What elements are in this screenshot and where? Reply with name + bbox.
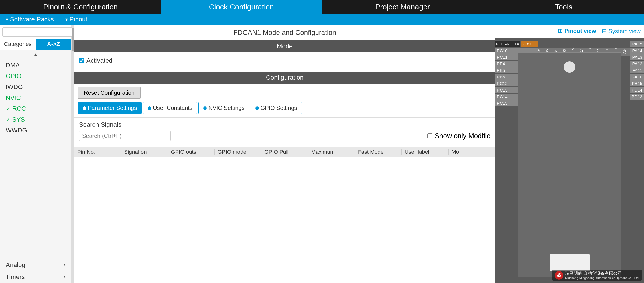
th-user-label[interactable]: User label bbox=[402, 149, 448, 155]
fdcan-tx-text: FDCAN1_TX bbox=[495, 41, 520, 47]
show-modified-row: Show only Modifie bbox=[427, 132, 491, 140]
sidebar-item-rcc[interactable]: RCC bbox=[0, 103, 71, 114]
ic-logo bbox=[550, 254, 590, 271]
right-pin-labels: PA15 PA14 PA13 PA12 FA11 FA10 PB15 PD14 … bbox=[630, 41, 644, 100]
chevron-right-icon: › bbox=[64, 261, 66, 269]
sidebar-search-input[interactable] bbox=[2, 27, 80, 37]
th-gpio-mode[interactable]: GPIO mode bbox=[215, 149, 261, 155]
nav-tools[interactable]: Tools bbox=[483, 0, 644, 14]
sidebar-tab-az[interactable]: A->Z bbox=[36, 39, 72, 50]
nav-clock[interactable]: Clock Configuration bbox=[161, 0, 322, 14]
mode-section: Activated bbox=[74, 52, 495, 69]
ic-chip-body bbox=[518, 52, 621, 277]
activated-label: Activated bbox=[86, 57, 113, 64]
sidebar-item-nvic[interactable]: NVIC bbox=[0, 92, 71, 103]
nav-pinout[interactable]: Pinout & Configuration bbox=[0, 0, 161, 14]
right-pin-pd13: PD13 bbox=[630, 94, 644, 100]
sidebar-item-iwdg[interactable]: IWDG bbox=[0, 82, 71, 92]
right-panel: ⊞ Pinout view ⊟ System view PB9 PB8 PB7 … bbox=[495, 25, 644, 283]
nav-clock-label: Clock Configuration bbox=[209, 3, 274, 11]
config-tabs: Parameter Settings User Constants NVIC S… bbox=[78, 102, 492, 114]
secondary-nav-pinout[interactable]: ▾ Pinout bbox=[65, 16, 87, 23]
watermark: 盛 瑞昌明盛 自动化设备有限公司 Ruichang Mingsheng auto… bbox=[552, 270, 642, 281]
pinout-canvas: PB9 PB8 PB7 PB6 PB5 PB4 PB3 PA15 PA14 PA… bbox=[495, 38, 644, 283]
th-maximum[interactable]: Maximum bbox=[308, 149, 355, 155]
activated-checkbox[interactable] bbox=[79, 58, 84, 63]
config-header: Configuration bbox=[74, 72, 495, 84]
config-section-body: Reset Configuration Parameter Settings U… bbox=[74, 84, 495, 117]
th-gpio-outs[interactable]: GPIO outs bbox=[168, 149, 215, 155]
dot-icon-3 bbox=[203, 106, 207, 110]
right-pin-fa11: FA11 bbox=[630, 67, 644, 73]
th-pin-no[interactable]: Pin No. bbox=[74, 149, 121, 155]
right-pin-pd14: PD14 bbox=[630, 87, 644, 93]
sidebar-item-sys[interactable]: SYS bbox=[0, 114, 71, 125]
sidebar: ⚙ Categories A->Z ▲ DMA GPIO IWDG NVIC bbox=[0, 25, 72, 283]
pinout-view-btn[interactable]: ⊞ Pinout view bbox=[558, 27, 596, 35]
right-pin-pa12: PA12 bbox=[630, 61, 644, 67]
tab-parameter-settings[interactable]: Parameter Settings bbox=[78, 102, 142, 114]
system-view-btn[interactable]: ⊟ System view bbox=[602, 27, 641, 35]
sidebar-section-analog[interactable]: Analog › bbox=[0, 259, 71, 271]
show-modified-label: Show only Modifie bbox=[435, 132, 491, 140]
sidebar-item-wwdg[interactable]: WWDG bbox=[0, 125, 71, 136]
show-modified-checkbox[interactable] bbox=[427, 133, 432, 138]
left-pin-fdcan: FDCAN1_TX PB9 bbox=[495, 41, 538, 47]
dot-icon-2 bbox=[148, 106, 151, 110]
th-fast-mode[interactable]: Fast Mode bbox=[355, 149, 402, 155]
table-header: Pin No. Signal on GPIO outs GPIO mode GP… bbox=[74, 147, 495, 157]
right-pin-pa15: PA15 bbox=[630, 41, 644, 47]
dot-icon-4 bbox=[255, 106, 259, 110]
pinout-label: Pinout bbox=[70, 16, 87, 23]
scrollbar-thumb bbox=[72, 28, 74, 51]
pinout-view-label: Pinout view bbox=[564, 28, 596, 34]
right-pin-pb15: PB15 bbox=[630, 80, 644, 86]
tab-nvic-settings[interactable]: NVIC Settings bbox=[198, 102, 249, 114]
th-mo[interactable]: Mo bbox=[449, 149, 495, 155]
tab-user-constants[interactable]: User Constants bbox=[143, 102, 197, 114]
secondary-nav-software-packs[interactable]: ▾ Software Packs bbox=[6, 16, 54, 23]
tab-gpio-settings[interactable]: GPIO Settings bbox=[251, 102, 302, 114]
search-signals-section: Search Signals Show only Modifie bbox=[74, 117, 495, 145]
search-signals-row: Show only Modifie bbox=[79, 131, 491, 141]
center-content: FDCAN1 Mode and Configuration Mode Activ… bbox=[74, 25, 495, 283]
top-nav: Pinout & Configuration Clock Configurati… bbox=[0, 0, 644, 14]
search-signals-label: Search Signals bbox=[79, 121, 491, 128]
watermark-text-block: 瑞昌明盛 自动化设备有限公司 Ruichang Mingsheng automa… bbox=[565, 271, 639, 280]
system-view-icon: ⊟ bbox=[602, 28, 607, 35]
chevron-right-icon-2: › bbox=[64, 273, 66, 281]
sidebar-item-dma[interactable]: DMA bbox=[0, 60, 71, 71]
sidebar-tab-categories[interactable]: Categories bbox=[0, 39, 36, 50]
activated-row: Activated bbox=[79, 57, 491, 64]
watermark-sub-text: Ruichang Mingsheng automation equipment … bbox=[565, 276, 639, 280]
chevron-down-icon-2: ▾ bbox=[65, 16, 68, 23]
th-gpio-pull[interactable]: GPIO Pull bbox=[261, 149, 308, 155]
dot-icon bbox=[83, 106, 86, 110]
right-pin-pa13: PA13 bbox=[630, 54, 644, 60]
right-pin-pa14: PA14 bbox=[630, 48, 644, 54]
nav-project-label: Project Manager bbox=[375, 3, 430, 11]
th-signal[interactable]: Signal on bbox=[121, 149, 168, 155]
software-packs-label: Software Packs bbox=[10, 16, 54, 23]
secondary-nav: ▾ Software Packs ▾ Pinout bbox=[0, 14, 644, 25]
sidebar-sections: Analog › Timers › bbox=[0, 259, 71, 283]
nav-pinout-label: Pinout & Configuration bbox=[43, 3, 118, 11]
sidebar-section-timers[interactable]: Timers › bbox=[0, 271, 71, 283]
search-signals-input[interactable] bbox=[79, 131, 171, 141]
pinout-view-icon: ⊞ bbox=[558, 27, 563, 34]
sidebar-tabs: Categories A->Z bbox=[0, 39, 71, 50]
sidebar-search-row: ⚙ bbox=[0, 25, 71, 39]
reset-config-button[interactable]: Reset Configuration bbox=[78, 87, 141, 99]
watermark-main-text: 瑞昌明盛 自动化设备有限公司 bbox=[565, 271, 639, 276]
right-pin-fa10: FA10 bbox=[630, 74, 644, 80]
system-view-label: System view bbox=[608, 28, 641, 35]
view-toggle-row: ⊞ Pinout view ⊟ System view bbox=[495, 25, 644, 38]
content-title: FDCAN1 Mode and Configuration bbox=[74, 25, 495, 40]
sidebar-item-gpio[interactable]: GPIO bbox=[0, 71, 71, 82]
chevron-down-icon: ▾ bbox=[6, 16, 8, 23]
sidebar-list: DMA GPIO IWDG NVIC RCC SYS WWDG bbox=[0, 59, 71, 256]
sidebar-scrollbar[interactable] bbox=[72, 25, 74, 283]
nav-project[interactable]: Project Manager bbox=[322, 0, 483, 14]
main-layout: ⚙ Categories A->Z ▲ DMA GPIO IWDG NVIC bbox=[0, 25, 644, 283]
watermark-icon: 盛 bbox=[555, 271, 563, 280]
